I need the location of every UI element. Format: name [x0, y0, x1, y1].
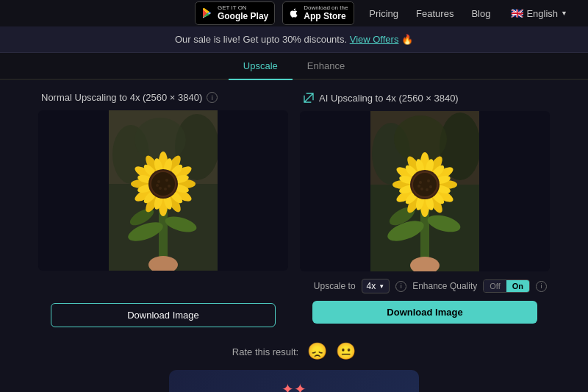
left-panel-title: Normal Upscaling to 4x (2560 × 3840): [41, 92, 202, 103]
toggle-off[interactable]: Off: [484, 280, 506, 292]
svg-point-95: [420, 188, 423, 190]
right-image-wrapper: [300, 111, 550, 271]
svg-point-48: [165, 179, 168, 182]
left-panel-header: Normal Upscaling to 4x (2560 × 3840) i: [38, 92, 218, 103]
left-sunflower-image: [109, 110, 218, 271]
app-store-small: Download on the: [304, 4, 348, 11]
nav-pricing[interactable]: Pricing: [362, 5, 406, 22]
nav-links: Pricing Features Blog: [362, 5, 498, 22]
google-play-big: Google Play: [218, 11, 268, 21]
svg-point-94: [426, 188, 429, 191]
upscale-value: 4x: [367, 281, 376, 291]
app-store-badge[interactable]: Download on the App Store: [282, 1, 354, 24]
upscale-chevron-icon: ▼: [379, 283, 384, 290]
svg-point-53: [156, 184, 159, 187]
comparison-grid: Normal Upscaling to 4x (2560 × 3840) i: [15, 92, 573, 327]
svg-point-49: [157, 180, 160, 183]
thumbs-down-button[interactable]: 😞: [307, 342, 327, 361]
left-info-icon[interactable]: i: [207, 92, 218, 103]
navbar: GET IT ON Google Play Download on the Ap…: [0, 0, 588, 26]
language-selector[interactable]: 🇬🇧 English ▼: [505, 4, 573, 22]
right-panel-header: AI Upscaling to 4x (2560 × 3840): [300, 92, 459, 104]
rating-row: Rate this result: 😞 😐: [15, 342, 573, 361]
left-download-button[interactable]: Download Image: [51, 303, 276, 327]
svg-point-52: [168, 185, 171, 188]
right-sunflower-image: [370, 111, 479, 271]
flag-icon: 🇬🇧: [511, 7, 523, 19]
bulk-promo-icon: ✦✦: [184, 380, 404, 392]
app-store-big: App Store: [304, 11, 348, 21]
promo-emoji: 🔥: [401, 34, 413, 45]
tab-enhance[interactable]: Enhance: [293, 53, 359, 80]
google-play-small: GET IT ON: [218, 4, 268, 11]
tab-upscale[interactable]: Upscale: [229, 53, 293, 80]
enhance-toggle: Off On: [483, 279, 530, 293]
svg-point-60: [394, 115, 447, 163]
bulk-promo-card: ✦✦ Want to Upscale Images in bulk? Get E…: [169, 370, 419, 392]
promo-text: Our sale is live! Get upto 30% discounts…: [175, 34, 347, 45]
svg-point-91: [413, 173, 437, 196]
upscale-label: Upscale to: [314, 281, 356, 291]
toggle-on[interactable]: On: [506, 280, 529, 292]
svg-point-47: [151, 172, 175, 196]
promo-banner: Our sale is live! Get upto 30% discounts…: [0, 26, 588, 53]
upscale-select[interactable]: 4x ▼: [362, 279, 390, 293]
ai-upscale-icon: [303, 92, 315, 104]
language-label: English: [526, 8, 558, 19]
thumbs-neutral-button[interactable]: 😐: [336, 342, 356, 361]
nav-features[interactable]: Features: [409, 5, 461, 22]
left-panel: Normal Upscaling to 4x (2560 × 3840) i: [38, 92, 288, 327]
google-play-icon: [201, 7, 213, 19]
svg-point-93: [419, 181, 422, 184]
svg-rect-99: [413, 258, 437, 271]
apple-icon: [289, 7, 299, 19]
right-panel-title: AI Upscaling to 4x (2560 × 3840): [319, 93, 459, 104]
enhance-info-icon[interactable]: i: [536, 281, 547, 292]
svg-rect-55: [151, 257, 175, 271]
google-play-badge[interactable]: GET IT ON Google Play: [195, 1, 275, 24]
svg-point-50: [164, 188, 167, 190]
controls-row: Upscale to 4x ▼ i Enhance Quality Off On…: [314, 279, 550, 293]
left-image-wrapper: [38, 110, 288, 271]
enhance-label: Enhance Quality: [412, 281, 477, 291]
nav-blog[interactable]: Blog: [464, 5, 498, 22]
right-panel: AI Upscaling to 4x (2560 × 3840): [300, 92, 550, 327]
chevron-down-icon: ▼: [561, 10, 567, 17]
main-content: Normal Upscaling to 4x (2560 × 3840) i: [0, 80, 588, 392]
promo-link[interactable]: View Offers: [350, 34, 399, 45]
tabs-bar: Upscale Enhance: [0, 53, 588, 80]
upscale-info-icon[interactable]: i: [395, 281, 406, 292]
svg-point-97: [417, 185, 420, 188]
right-download-button[interactable]: Download Image: [312, 301, 537, 324]
svg-point-51: [159, 187, 162, 190]
rating-label: Rate this result:: [232, 346, 298, 357]
svg-point-96: [429, 185, 432, 188]
svg-point-92: [427, 179, 430, 182]
